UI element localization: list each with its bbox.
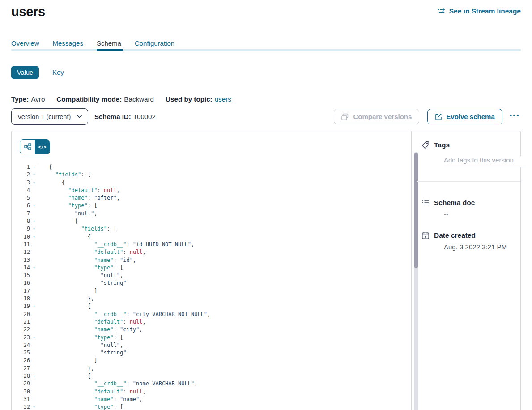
line-number: 3: [12, 179, 30, 187]
line-number: 14: [12, 264, 30, 272]
line-number: 13: [12, 256, 30, 264]
line-number: 15: [12, 272, 30, 279]
line-number: 17: [12, 287, 30, 295]
value-tab-button[interactable]: Value: [11, 66, 39, 79]
compare-versions-button[interactable]: Compare versions: [334, 109, 419, 124]
fold-gutter: [30, 380, 38, 388]
fold-arrow-icon[interactable]: ▾: [30, 264, 38, 272]
fold-gutter: [30, 295, 38, 303]
schema-id-value: 100002: [133, 113, 156, 120]
fold-arrow-icon[interactable]: ▾: [30, 163, 38, 171]
fold-gutter: [30, 365, 38, 372]
line-number: 31: [12, 396, 30, 403]
line-number: 18: [12, 295, 30, 303]
page-title: users: [11, 4, 45, 20]
date-created-title: Date created: [434, 231, 476, 240]
tag-icon: [421, 141, 430, 149]
fold-gutter: [30, 187, 38, 194]
line-number: 9: [12, 225, 30, 233]
calendar-icon: [421, 231, 430, 239]
tags-section-header: Tags: [421, 140, 510, 150]
used-by-topic-field: Used by topic:users: [166, 95, 231, 103]
tab-overview[interactable]: Overview: [11, 39, 39, 51]
tab-configuration[interactable]: Configuration: [135, 39, 174, 51]
evolve-schema-button[interactable]: Evolve schema: [427, 109, 502, 124]
tab-messages[interactable]: Messages: [53, 39, 83, 51]
line-number: 10: [12, 233, 30, 241]
line-number: 7: [12, 210, 30, 218]
fold-gutter: [30, 357, 38, 364]
line-number: 27: [12, 365, 30, 372]
topic-link[interactable]: users: [215, 95, 231, 103]
schema-controls-row: Version 1 (current) Schema ID:100002 Com…: [11, 108, 521, 125]
fold-arrow-icon[interactable]: ▾: [30, 403, 38, 410]
schema-doc-title: Schema doc: [434, 198, 475, 208]
topic-label: Used by topic:: [166, 95, 213, 103]
tree-view-button[interactable]: [20, 140, 35, 154]
line-number: 1: [12, 163, 30, 171]
fold-arrow-icon[interactable]: ▾: [30, 202, 38, 209]
compat-value: Backward: [124, 95, 154, 103]
fold-arrow-icon[interactable]: ▾: [30, 179, 38, 187]
fold-gutter: [30, 210, 38, 218]
evolve-schema-label: Evolve schema: [446, 113, 494, 120]
fold-gutter: [30, 248, 38, 256]
fold-gutter: [30, 318, 38, 326]
fold-arrow-icon[interactable]: ▾: [30, 225, 38, 233]
line-number: 30: [12, 388, 30, 396]
line-number: 32: [12, 403, 30, 410]
view-mode-toggle: </>: [20, 139, 50, 154]
fold-gutter: [30, 287, 38, 295]
fold-arrow-icon[interactable]: ▾: [30, 372, 38, 380]
fold-gutter: [30, 256, 38, 264]
type-field: Type:Avro: [11, 95, 45, 103]
stream-lineage-link[interactable]: See in Stream lineage: [438, 7, 521, 15]
code-view-button[interactable]: </>: [35, 140, 50, 154]
fold-gutter: [30, 194, 38, 202]
schema-page: users See in Stream lineage OverviewMess…: [0, 4, 532, 410]
schema-doc-icon: [421, 199, 430, 207]
fold-gutter: [30, 241, 38, 248]
add-tags-input[interactable]: [444, 156, 526, 167]
fold-arrow-icon[interactable]: ▾: [30, 233, 38, 241]
fold-arrow-icon[interactable]: ▾: [30, 303, 38, 310]
fold-arrow-icon[interactable]: ▾: [30, 334, 38, 342]
tree-view-icon: [24, 143, 31, 150]
line-number: 28: [12, 372, 30, 380]
fold-gutter: [30, 326, 38, 333]
line-number: 22: [12, 326, 30, 333]
value-key-toggle: Value Key: [11, 65, 521, 79]
evolve-schema-icon: [435, 113, 442, 120]
line-number: 26: [12, 357, 30, 364]
compatibility-field: Compatibility mode:Backward: [56, 95, 154, 103]
tab-schema[interactable]: Schema: [97, 39, 121, 51]
schema-editor-panel: </> 1▾{2▾ "fields": [3▾ {4 "default": nu…: [11, 131, 521, 410]
fold-arrow-icon[interactable]: ▾: [30, 218, 38, 225]
line-number: 2: [12, 171, 30, 179]
line-number: 8: [12, 218, 30, 225]
more-actions-button[interactable]: •••: [509, 110, 521, 124]
fold-gutter: [30, 311, 38, 318]
lineage-label: See in Stream lineage: [449, 7, 521, 15]
line-number: 25: [12, 349, 30, 357]
date-created-section: Date created Aug. 3 2022 3:21 PM: [421, 231, 510, 251]
line-number: 4: [12, 187, 30, 194]
key-tab-button[interactable]: Key: [52, 68, 64, 76]
sidebar-divider: [417, 181, 520, 182]
line-number: 19: [12, 303, 30, 310]
version-select[interactable]: Version 1 (current): [11, 108, 88, 125]
fold-gutter: [30, 349, 38, 357]
schema-sidebar: Tags Schema doc --: [412, 131, 520, 410]
compare-versions-icon: [341, 113, 349, 120]
line-number: 29: [12, 380, 30, 388]
schema-id-label: Schema ID:: [94, 113, 131, 120]
schema-id-field: Schema ID:100002: [94, 113, 156, 120]
fold-gutter: [30, 279, 38, 287]
code-view-icon: </>: [38, 145, 46, 149]
fold-arrow-icon[interactable]: ▾: [30, 171, 38, 179]
page-header: users See in Stream lineage: [11, 4, 521, 20]
line-number: 24: [12, 342, 30, 349]
line-number: 16: [12, 279, 30, 287]
line-number: 12: [12, 248, 30, 256]
lineage-icon: [438, 7, 446, 15]
